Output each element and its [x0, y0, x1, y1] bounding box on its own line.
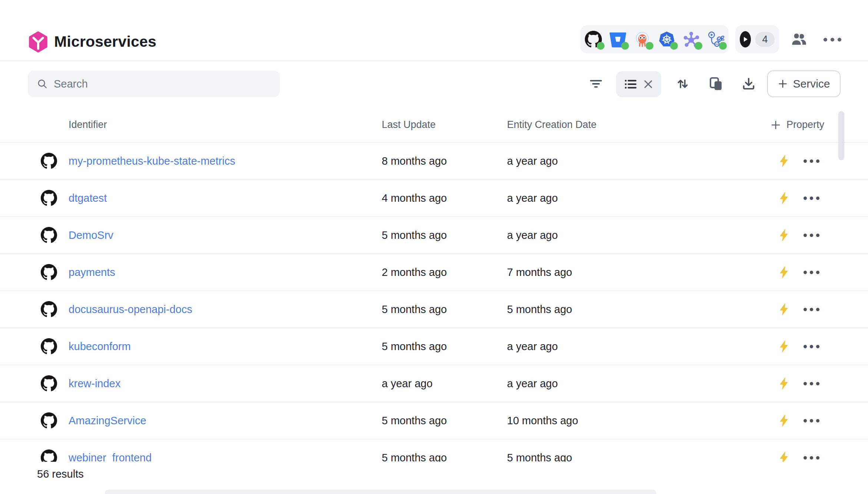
entity-identifier-link[interactable]: AmazingService — [69, 402, 146, 439]
copy-button[interactable] — [706, 73, 726, 94]
entity-creation-date-value: a year ago — [507, 217, 558, 253]
status-dot — [670, 42, 678, 50]
pipeline-integration[interactable] — [707, 31, 724, 48]
last-update-value: 2 months ago — [382, 254, 447, 290]
github-source-icon — [41, 291, 57, 327]
runs-count-badge[interactable]: 4 — [755, 32, 775, 47]
bitbucket-integration[interactable] — [609, 31, 626, 48]
entity-identifier-link[interactable]: my-prometheus-kube-state-metrics — [69, 143, 235, 179]
lightning-bolt-icon — [778, 340, 791, 353]
dot — [810, 308, 813, 311]
status-dot — [597, 42, 604, 50]
list-view-icon[interactable] — [623, 77, 637, 91]
last-update-value: 4 months ago — [382, 180, 447, 216]
search-input[interactable] — [54, 78, 271, 90]
table-row: dtgatest 4 months ago a year ago — [0, 180, 868, 217]
lightning-bolt-icon — [778, 266, 791, 279]
vertical-scrollbar-thumb[interactable] — [838, 111, 844, 160]
entity-identifier-link[interactable]: payments — [69, 254, 115, 290]
dot — [804, 456, 807, 460]
table-row: krew-index a year ago a year ago — [0, 365, 868, 402]
github-source-icon — [41, 180, 57, 216]
row-more-menu[interactable] — [804, 439, 819, 462]
entity-creation-date-value: 5 months ago — [507, 439, 572, 462]
last-update-value: 5 months ago — [382, 291, 447, 327]
entity-creation-date-value: 10 months ago — [507, 402, 578, 439]
dot — [804, 197, 807, 200]
entities-table: Identifier Last Update Entity Creation D… — [0, 108, 868, 462]
copy-icon — [709, 76, 723, 91]
row-more-menu[interactable] — [804, 402, 819, 439]
entity-identifier-link[interactable]: kubeconform — [69, 328, 131, 365]
github-source-icon — [41, 365, 57, 402]
row-more-menu[interactable] — [804, 365, 819, 402]
row-more-menu[interactable] — [804, 328, 819, 365]
row-more-menu[interactable] — [804, 143, 819, 179]
header-divider — [0, 60, 868, 61]
results-count: 56 results — [37, 466, 84, 482]
entity-creation-date-value: 7 months ago — [507, 254, 572, 290]
filter-button[interactable] — [586, 73, 606, 94]
actions-bolt-button[interactable] — [778, 328, 791, 365]
actions-bolt-button[interactable] — [778, 254, 791, 290]
column-header-identifier[interactable]: Identifier — [69, 108, 107, 142]
actions-bolt-button[interactable] — [778, 291, 791, 327]
dot — [804, 308, 807, 311]
github-integration[interactable] — [585, 31, 602, 48]
dot — [804, 345, 807, 348]
actions-bolt-button[interactable] — [778, 402, 791, 439]
search-box[interactable] — [28, 70, 280, 97]
header-more-menu[interactable] — [824, 35, 841, 44]
lightning-bolt-icon — [778, 414, 791, 427]
actions-bolt-button[interactable] — [778, 365, 791, 402]
integrations-status-group — [580, 25, 729, 53]
dot — [824, 38, 827, 42]
row-more-menu[interactable] — [804, 291, 819, 327]
actions-bolt-button[interactable] — [778, 439, 791, 462]
column-header-entity-creation-date[interactable]: Entity Creation Date — [507, 108, 597, 142]
dot — [810, 197, 813, 200]
argocd-integration[interactable] — [634, 31, 651, 48]
github-source-icon — [41, 328, 57, 365]
add-property-button[interactable]: Property — [770, 108, 824, 142]
entity-identifier-link[interactable]: docusaurus-openapi-docs — [69, 291, 192, 327]
row-more-menu[interactable] — [804, 254, 819, 290]
last-update-value: 5 months ago — [382, 402, 447, 439]
status-dot — [695, 42, 702, 50]
clear-view-icon[interactable] — [643, 79, 654, 90]
actions-bolt-button[interactable] — [778, 217, 791, 253]
users-icon[interactable] — [790, 31, 808, 49]
actions-bolt-button[interactable] — [778, 143, 791, 179]
lightning-bolt-icon — [778, 303, 791, 316]
dot — [804, 382, 807, 385]
github-source-icon — [41, 254, 57, 290]
horizontal-scrollbar-thumb[interactable] — [105, 490, 656, 494]
dot — [831, 38, 834, 42]
github-source-icon — [41, 217, 57, 253]
runs-group: 4 — [735, 25, 779, 53]
add-service-button[interactable]: Service — [767, 70, 841, 97]
entity-identifier-link[interactable]: DemoSrv — [69, 217, 113, 253]
column-header-last-update[interactable]: Last Update — [382, 108, 436, 142]
dot — [804, 419, 807, 422]
entity-identifier-link[interactable]: krew-index — [69, 365, 120, 402]
last-update-value: a year ago — [382, 365, 433, 402]
sort-button[interactable] — [672, 73, 693, 94]
plus-icon — [778, 79, 788, 89]
row-more-menu[interactable] — [804, 217, 819, 253]
download-button[interactable] — [738, 73, 759, 94]
dot — [810, 234, 813, 237]
table-row: my-prometheus-kube-state-metrics 8 month… — [0, 143, 868, 180]
molecule-integration[interactable] — [683, 31, 700, 48]
entity-identifier-link[interactable]: webiner_frontend — [69, 439, 152, 462]
kubernetes-integration[interactable] — [658, 31, 675, 48]
lightning-bolt-icon — [778, 191, 791, 205]
row-more-menu[interactable] — [804, 180, 819, 216]
actions-bolt-button[interactable] — [778, 180, 791, 216]
entity-identifier-link[interactable]: dtgatest — [69, 180, 107, 216]
entity-creation-date-value: a year ago — [507, 328, 558, 365]
runs-play-button[interactable] — [740, 31, 751, 47]
dot — [816, 159, 819, 163]
microservices-blueprint-icon — [27, 31, 49, 53]
table-row: webiner_frontend 5 months ago 5 months a… — [0, 439, 868, 462]
